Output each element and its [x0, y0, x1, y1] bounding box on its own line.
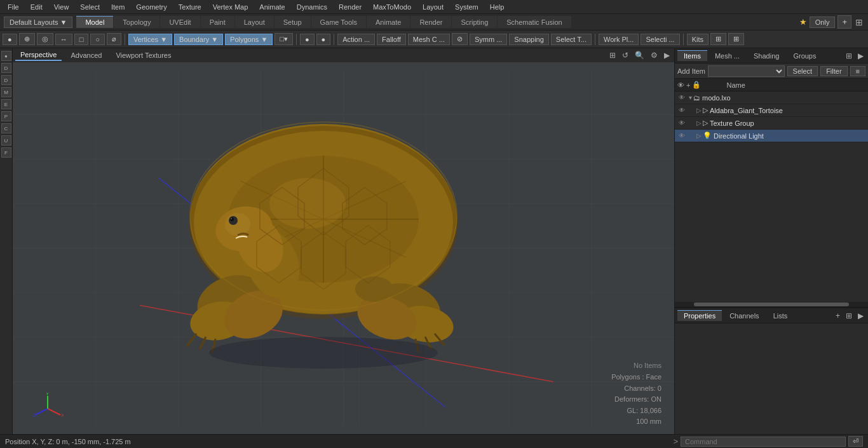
list-icon-plus[interactable]: + — [686, 81, 690, 89]
menu-vertex-map[interactable]: Vertex Map — [208, 2, 254, 12]
left-tool-7[interactable]: C — [1, 123, 11, 133]
viewport-maximize-icon[interactable]: ⊞ — [607, 50, 618, 60]
add-item-select[interactable] — [708, 65, 785, 77]
tool-boundary[interactable]: Boundary ▼ — [174, 34, 223, 45]
visibility-icon-texture[interactable]: 👁 — [677, 119, 686, 128]
tool-square[interactable]: □ — [74, 34, 89, 45]
left-tool-2[interactable]: D — [1, 63, 11, 73]
command-input[interactable] — [681, 437, 846, 447]
tool-mesh-c[interactable]: Mesh C ... — [408, 34, 450, 45]
expand-icon-texture[interactable]: ▷ — [696, 119, 702, 126]
tab-topology[interactable]: Topology — [114, 16, 159, 28]
tool-dot2[interactable]: ● — [300, 34, 315, 45]
viewport-tab-perspective[interactable]: Perspective — [15, 50, 62, 61]
list-icon-eye[interactable]: 👁 — [677, 81, 684, 89]
filter-button[interactable]: Filter — [820, 66, 847, 76]
menu-texture[interactable]: Texture — [173, 2, 207, 12]
left-tool-9[interactable]: F — [1, 147, 11, 158]
expand-icon-light[interactable]: ▷ — [696, 132, 702, 139]
menu-item[interactable]: Item — [106, 2, 130, 12]
tool-symm[interactable]: Symm ... — [470, 34, 507, 45]
menu-layout[interactable]: Layout — [417, 2, 449, 12]
tab-items[interactable]: Items — [677, 50, 707, 61]
list-icon-lock[interactable]: 🔒 — [692, 81, 701, 89]
tool-shape-select[interactable]: □▾ — [275, 33, 293, 45]
menu-help[interactable]: Help — [485, 2, 510, 12]
tab-render[interactable]: Render — [410, 16, 451, 28]
tab-schematic-fusion[interactable]: Schematic Fusion — [498, 16, 571, 28]
tab-groups[interactable]: Groups — [787, 51, 822, 61]
default-layouts-dropdown[interactable]: Default Layouts ▼ — [4, 17, 72, 28]
tool-diameter[interactable]: ⌀ — [107, 33, 121, 45]
tool-vertices[interactable]: Vertices ▼ — [128, 34, 172, 45]
tool-no-sym[interactable]: ⊘ — [452, 33, 468, 45]
tab-animate[interactable]: Animate — [367, 16, 410, 28]
tool-select-t[interactable]: Select T... — [551, 34, 592, 45]
tab-layout[interactable]: Layout — [235, 16, 274, 28]
tool-polygons[interactable]: Polygons ▼ — [225, 34, 273, 45]
tab-game-tools[interactable]: Game Tools — [311, 16, 367, 28]
items-list[interactable]: 👁 ▾ 🗂 modo.lxo 👁 ▷ ▷ Aldabra_Giant_Torto… — [675, 92, 868, 302]
tab-uvedit[interactable]: UVEdit — [160, 16, 200, 28]
menu-dynamics[interactable]: Dynamics — [292, 2, 332, 12]
menu-animate[interactable]: Animate — [254, 2, 290, 12]
command-exec-button[interactable]: ⏎ — [848, 436, 863, 447]
tab-properties[interactable]: Properties — [677, 310, 722, 321]
tool-oval[interactable]: ○ — [90, 34, 105, 45]
list-item-texture-group[interactable]: 👁 ▷ ▷ Texture Group — [675, 117, 868, 130]
viewport[interactable]: X Z Y No Items Polygons : Face Channels:… — [13, 62, 674, 434]
menu-maxtomodo[interactable]: MaxToModo — [368, 2, 416, 12]
right-panel-expand-icon[interactable]: ▶ — [856, 51, 865, 61]
expand-icon[interactable]: ⊞ — [854, 16, 864, 29]
left-tool-8[interactable]: U — [1, 135, 11, 146]
prop-plus-btn[interactable]: + — [834, 311, 842, 321]
tab-scripting[interactable]: Scripting — [452, 16, 497, 28]
right-panel-maximize-icon[interactable]: ⊞ — [844, 51, 854, 61]
menu-system[interactable]: System — [450, 2, 484, 12]
viewport-tab-advanced[interactable]: Advanced — [65, 50, 107, 60]
select-button[interactable]: Select — [787, 66, 818, 76]
items-scrollbar-thumb[interactable] — [694, 302, 848, 306]
tool-falloff[interactable]: Falloff — [377, 34, 406, 45]
tool-selecti[interactable]: Selecti ... — [641, 34, 679, 45]
expand-icon-tortoise[interactable]: ▷ — [696, 107, 702, 114]
tab-shading[interactable]: Shading — [747, 51, 785, 61]
tool-action[interactable]: Action ... — [337, 34, 375, 45]
viewport-reset-icon[interactable]: ↺ — [620, 50, 630, 60]
viewport-expand-icon[interactable]: ▶ — [662, 50, 672, 60]
prop-expand-icon[interactable]: ▶ — [856, 311, 865, 321]
menu-edit[interactable]: Edit — [25, 2, 48, 12]
tool-snapping[interactable]: Snapping — [509, 34, 549, 45]
tool-work-pl[interactable]: Work Pl... — [599, 34, 639, 45]
menu-view[interactable]: View — [49, 2, 74, 12]
left-tool-3[interactable]: D — [1, 75, 11, 85]
left-tool-5[interactable]: E — [1, 99, 11, 109]
tab-setup[interactable]: Setup — [275, 16, 311, 28]
tab-paint[interactable]: Paint — [201, 16, 234, 28]
expand-icon-modo[interactable]: ▾ — [689, 94, 692, 101]
menu-geometry[interactable]: Geometry — [131, 2, 172, 12]
menu-select[interactable]: Select — [75, 2, 105, 12]
viewport-zoom-icon[interactable]: 🔍 — [633, 50, 646, 60]
visibility-icon-light[interactable]: 👁 — [677, 132, 686, 140]
items-options-button[interactable]: ≡ — [850, 66, 865, 76]
list-item-modo-lxo[interactable]: 👁 ▾ 🗂 modo.lxo — [675, 92, 868, 104]
tool-crosshair[interactable]: ⊕ — [19, 33, 35, 45]
tool-circle[interactable]: ◎ — [37, 33, 53, 45]
viewport-settings-icon[interactable]: ⚙ — [649, 50, 660, 60]
tool-grid1[interactable]: ⊞ — [710, 33, 726, 45]
left-tool-4[interactable]: M — [1, 87, 11, 97]
items-scrollbar[interactable] — [675, 302, 868, 307]
tool-grid2[interactable]: ⊞ — [728, 33, 744, 45]
left-tool-1[interactable]: ● — [1, 51, 11, 61]
tab-channels[interactable]: Channels — [723, 311, 765, 321]
tab-model[interactable]: Model — [76, 16, 113, 28]
visibility-icon-tortoise[interactable]: 👁 — [677, 106, 686, 115]
viewport-tab-textures[interactable]: Viewport Textures — [111, 50, 176, 60]
only-button[interactable]: Only — [810, 17, 836, 28]
tool-kits[interactable]: Kits — [687, 34, 709, 45]
list-item-directional-light[interactable]: 👁 ▷ 💡 Directional Light — [675, 130, 868, 142]
menu-file[interactable]: File — [3, 2, 24, 12]
menu-render[interactable]: Render — [334, 2, 367, 12]
tool-transform[interactable]: ↔ — [55, 34, 72, 45]
